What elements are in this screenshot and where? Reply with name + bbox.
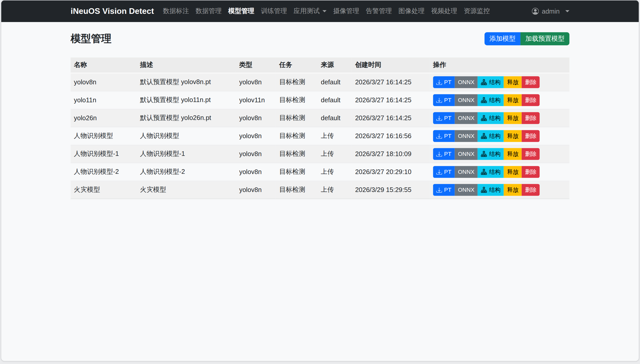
cell-type: yolov11n — [236, 91, 276, 109]
structure-button[interactable]: 结构 — [478, 166, 504, 178]
table-row: 人物识别模型-2 人物识别模型-2 yolov8n 目标检测 上传 2026/3… — [71, 163, 569, 181]
structure-button[interactable]: 结构 — [478, 184, 504, 196]
diagram-icon — [481, 97, 487, 103]
nav-item-label: 应用测试 — [293, 7, 320, 15]
column-header: 类型 — [236, 57, 276, 73]
cell-name: 人物识别模型 — [71, 127, 137, 145]
column-header: 任务 — [276, 57, 318, 73]
nav-item-training-management[interactable]: 训练管理 — [258, 4, 290, 19]
structure-button-label: 结构 — [489, 114, 501, 122]
export-onnx-button[interactable]: ONNX — [455, 148, 478, 160]
structure-button-label: 结构 — [489, 132, 501, 140]
delete-button[interactable]: 删除 — [522, 184, 540, 196]
download-icon — [436, 133, 442, 139]
nav-item-alarm-management[interactable]: 告警管理 — [362, 4, 395, 19]
export-onnx-button[interactable]: ONNX — [455, 94, 478, 106]
nav-item-video-processing[interactable]: 视频处理 — [428, 4, 460, 19]
nav-item-label: 数据管理 — [195, 7, 222, 15]
structure-button-label: 结构 — [489, 186, 501, 194]
delete-button[interactable]: 删除 — [522, 148, 540, 160]
cell-description: 默认预置模型 yolo26n.pt — [137, 109, 236, 127]
download-pt-button[interactable]: PT — [433, 148, 455, 160]
cell-actions: PT ONNX 结构 释放 删除 — [430, 73, 569, 91]
release-button[interactable]: 释放 — [504, 148, 522, 160]
export-onnx-button[interactable]: ONNX — [455, 76, 478, 88]
cell-task: 目标检测 — [276, 163, 318, 181]
nav-item-app-testing[interactable]: 应用测试 — [290, 4, 330, 19]
delete-button[interactable]: 删除 — [522, 130, 540, 142]
nav-item-label: 资源监控 — [464, 7, 490, 15]
delete-button[interactable]: 删除 — [522, 76, 540, 88]
structure-button[interactable]: 结构 — [478, 130, 504, 142]
download-pt-button[interactable]: PT — [433, 94, 455, 106]
export-onnx-button[interactable]: ONNX — [455, 184, 478, 196]
download-pt-button[interactable]: PT — [433, 184, 455, 196]
download-pt-button[interactable]: PT — [433, 130, 455, 142]
nav-item-resource-monitoring[interactable]: 资源监控 — [460, 4, 493, 19]
nav-item-label: 视频处理 — [431, 7, 457, 15]
cell-actions: PT ONNX 结构 释放 删除 — [430, 127, 569, 145]
cell-name: yolo11n — [71, 91, 137, 109]
cell-description: 人物识别模型-2 — [137, 163, 236, 181]
delete-button[interactable]: 删除 — [522, 112, 540, 124]
nav-item-camera-management[interactable]: 摄像管理 — [330, 4, 362, 19]
export-onnx-button[interactable]: ONNX — [455, 112, 478, 124]
user-menu[interactable]: admin — [532, 7, 569, 15]
add-model-button[interactable]: 添加模型 — [485, 32, 520, 45]
download-pt-button[interactable]: PT — [433, 166, 455, 178]
nav-item-data-management[interactable]: 数据管理 — [192, 4, 225, 19]
cell-created-time: 2026/3/27 16:14:25 — [352, 91, 430, 109]
cell-created-time: 2026/3/27 16:14:25 — [352, 73, 430, 91]
nav-item-label: 模型管理 — [228, 7, 254, 15]
cell-created-time: 2026/3/27 20:29:10 — [352, 163, 430, 181]
table-header-row: 名称描述类型任务来源创建时间操作 — [71, 57, 569, 73]
cell-source: 上传 — [318, 163, 352, 181]
cell-description: 火灾模型 — [137, 181, 236, 199]
page-actions: 添加模型 加载预置模型 — [485, 32, 569, 45]
pt-button-label: PT — [444, 168, 451, 176]
cell-actions: PT ONNX 结构 释放 删除 — [430, 91, 569, 109]
top-navbar: iNeuOS Vision Detect 数据标注 数据管理 模型管理 训练管理… — [1, 1, 639, 22]
nav-item-model-management[interactable]: 模型管理 — [225, 4, 258, 19]
table-row: yolo11n 默认预置模型 yolo11n.pt yolov11n 目标检测 … — [71, 91, 569, 109]
export-onnx-button[interactable]: ONNX — [455, 166, 478, 178]
brand[interactable]: iNeuOS Vision Detect — [71, 6, 154, 16]
cell-actions: PT ONNX 结构 释放 删除 — [430, 163, 569, 181]
browser-window: iNeuOS Vision Detect 数据标注 数据管理 模型管理 训练管理… — [1, 0, 639, 361]
cell-task: 目标检测 — [276, 181, 318, 199]
cell-type: yolov8n — [236, 73, 276, 91]
structure-button[interactable]: 结构 — [478, 76, 504, 88]
release-button[interactable]: 释放 — [504, 76, 522, 88]
structure-button[interactable]: 结构 — [478, 148, 504, 160]
cell-type: yolov8n — [236, 145, 276, 163]
structure-button-label: 结构 — [489, 78, 501, 86]
delete-button[interactable]: 删除 — [522, 94, 540, 106]
download-icon — [436, 115, 442, 121]
caret-down-icon — [322, 10, 327, 12]
download-pt-button[interactable]: PT — [433, 112, 455, 124]
pt-button-label: PT — [444, 186, 451, 194]
export-onnx-button[interactable]: ONNX — [455, 130, 478, 142]
cell-created-time: 2026/3/27 18:10:09 — [352, 145, 430, 163]
nav-item-label: 数据标注 — [163, 7, 189, 15]
column-header: 描述 — [137, 57, 236, 73]
column-header: 名称 — [71, 57, 137, 73]
cell-actions: PT ONNX 结构 释放 删除 — [430, 181, 569, 199]
structure-button[interactable]: 结构 — [478, 112, 504, 124]
cell-name: yolo26n — [71, 109, 137, 127]
download-pt-button[interactable]: PT — [433, 76, 455, 88]
structure-button[interactable]: 结构 — [478, 94, 504, 106]
cell-source: default — [318, 109, 352, 127]
nav-item-data-annotation[interactable]: 数据标注 — [160, 4, 192, 19]
delete-button[interactable]: 删除 — [522, 166, 540, 178]
release-button[interactable]: 释放 — [504, 130, 522, 142]
pt-button-label: PT — [444, 114, 451, 122]
release-button[interactable]: 释放 — [504, 184, 522, 196]
nav-item-image-processing[interactable]: 图像处理 — [395, 4, 428, 19]
load-preset-model-button[interactable]: 加载预置模型 — [520, 32, 569, 45]
release-button[interactable]: 释放 — [504, 94, 522, 106]
release-button[interactable]: 释放 — [504, 112, 522, 124]
structure-button-label: 结构 — [489, 96, 501, 104]
release-button[interactable]: 释放 — [504, 166, 522, 178]
cell-description: 默认预置模型 yolo11n.pt — [137, 91, 236, 109]
